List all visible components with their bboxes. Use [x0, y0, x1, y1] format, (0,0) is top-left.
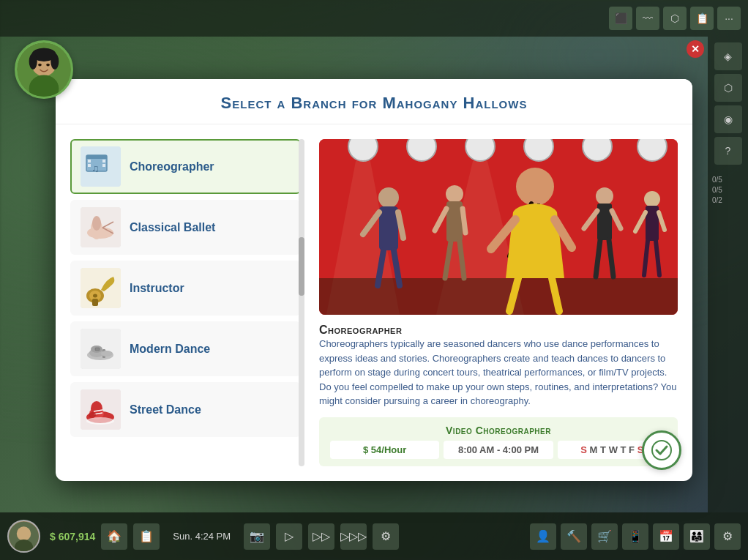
- svg-point-44: [89, 412, 96, 418]
- branch-label-modern-dance: Modern Dance: [130, 343, 210, 356]
- svg-point-41: [86, 417, 114, 425]
- svg-text:♫: ♫: [91, 163, 100, 174]
- branch-info-desc: Choreographers typically are seasoned da…: [319, 337, 678, 408]
- branch-item-street-dance[interactable]: Street Dance: [70, 382, 301, 437]
- branch-item-choreographer[interactable]: ♫ Choreographer: [70, 139, 301, 194]
- svg-rect-54: [319, 278, 678, 315]
- branch-info-title: Choreographer: [319, 324, 678, 337]
- branch-item-instructor[interactable]: Instructor: [70, 261, 301, 316]
- svg-rect-17: [102, 164, 105, 167]
- branch-label-classical-ballet: Classical Ballet: [130, 221, 215, 234]
- svg-point-4: [51, 53, 59, 70]
- svg-point-3: [29, 53, 37, 70]
- branch-icon-modern-dance: [81, 329, 121, 369]
- next-level-details: $ 54/Hour 8:00 AM - 4:00 PM S M T W T F …: [330, 441, 667, 459]
- svg-point-50: [583, 139, 612, 161]
- day-F: F: [629, 444, 637, 455]
- day-W: W: [609, 444, 621, 455]
- svg-point-49: [524, 139, 553, 161]
- branch-icon-choreographer: ♫: [81, 146, 121, 187]
- day-S1: S: [580, 444, 589, 455]
- branch-label-street-dance: Street Dance: [130, 403, 201, 417]
- svg-point-46: [348, 139, 378, 161]
- svg-point-81: [644, 191, 660, 207]
- next-level-label: Video Choreographer: [330, 425, 667, 436]
- svg-rect-25: [81, 268, 121, 308]
- svg-rect-13: [86, 155, 107, 159]
- svg-point-55: [378, 187, 399, 208]
- branch-item-classical-ballet[interactable]: Classical Ballet: [70, 200, 301, 255]
- svg-rect-82: [646, 206, 659, 241]
- svg-rect-15: [88, 164, 91, 167]
- modal-body: ♫ Choreographer: [56, 124, 692, 481]
- svg-point-7: [46, 64, 50, 67]
- modal-overlay: Select a Branch for Mahogany Hallows: [0, 0, 748, 560]
- top-avatar: [15, 40, 73, 99]
- pay-pill: $ 54/Hour: [330, 441, 439, 459]
- svg-point-28: [93, 294, 97, 298]
- modal-header: Select a Branch for Mahogany Hallows: [56, 79, 692, 124]
- svg-point-35: [101, 351, 113, 356]
- confirm-button[interactable]: [642, 430, 681, 470]
- branch-icon-instructor: [81, 268, 121, 308]
- svg-rect-29: [92, 299, 98, 306]
- day-T1: T: [600, 444, 609, 455]
- branch-label-instructor: Instructor: [130, 282, 184, 295]
- svg-rect-76: [597, 204, 612, 240]
- hours-pill: 8:00 AM - 4:00 PM: [444, 441, 553, 459]
- svg-rect-56: [379, 206, 398, 250]
- branch-list-scrollthumb[interactable]: [299, 237, 304, 296]
- svg-line-64: [463, 209, 465, 233]
- svg-rect-16: [102, 160, 105, 163]
- svg-rect-36: [95, 348, 100, 351]
- svg-point-75: [596, 187, 613, 205]
- next-level-box: Video Choreographer $ 54/Hour 8:00 AM - …: [319, 417, 678, 466]
- svg-point-48: [465, 139, 495, 161]
- svg-point-22: [92, 216, 101, 231]
- day-M: M: [590, 444, 600, 455]
- svg-point-87: [652, 441, 671, 460]
- svg-point-61: [446, 185, 463, 203]
- modal-title: Select a Branch for Mahogany Hallows: [221, 94, 528, 112]
- branch-detail: Choreographer Choreographers typically a…: [319, 139, 678, 466]
- branch-icon-street-dance: [81, 389, 121, 430]
- branch-icon-classical-ballet: [81, 207, 121, 247]
- svg-point-67: [516, 168, 554, 206]
- branch-item-modern-dance[interactable]: Modern Dance: [70, 321, 301, 376]
- branch-label-choreographer: Choreographer: [130, 160, 214, 173]
- svg-point-6: [38, 64, 42, 67]
- branch-info: Choreographer Choreographers typically a…: [319, 324, 678, 408]
- svg-rect-14: [88, 160, 91, 163]
- branch-list: ♫ Choreographer: [70, 139, 304, 466]
- branch-detail-image: [319, 139, 678, 315]
- svg-rect-62: [446, 201, 463, 242]
- notification-close[interactable]: ✕: [687, 40, 704, 58]
- svg-point-51: [637, 139, 667, 161]
- day-T2: T: [621, 444, 629, 455]
- branch-selection-modal: Select a Branch for Mahogany Hallows: [56, 79, 692, 481]
- svg-point-47: [407, 139, 436, 161]
- branch-list-scrolltrack[interactable]: [299, 139, 304, 466]
